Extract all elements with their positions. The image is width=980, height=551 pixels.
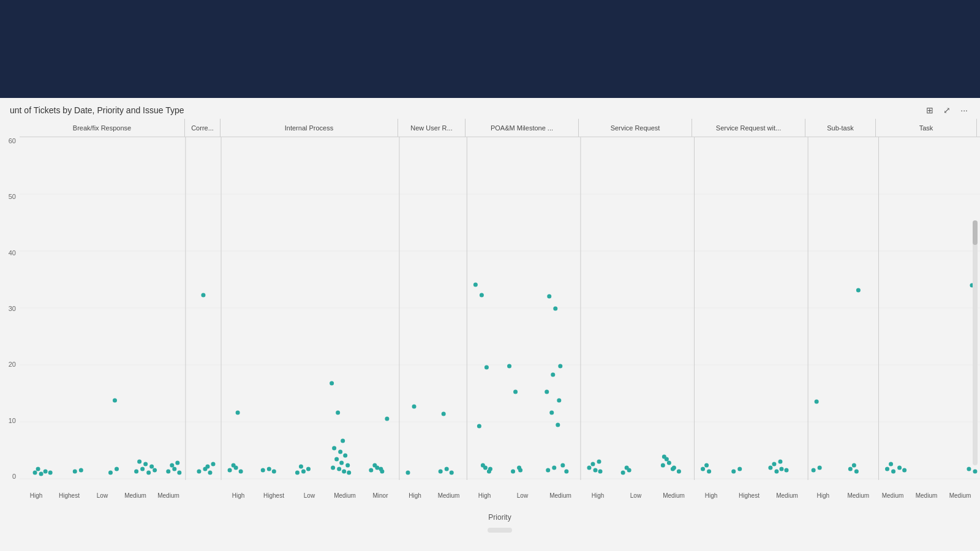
chart-actions: ⊞ ⤢ ···: [924, 104, 970, 116]
svg-point-17: [43, 470, 48, 474]
svg-point-15: [33, 471, 37, 475]
svg-point-114: [667, 461, 671, 465]
chart-header: unt of Tickets by Date, Priority and Iss…: [0, 98, 980, 119]
svg-point-45: [239, 470, 243, 474]
expand-button[interactable]: ⤢: [941, 104, 953, 116]
y-label-10: 10: [9, 417, 16, 424]
x-label-internal-high: High: [221, 492, 256, 499]
svg-point-34: [177, 471, 181, 475]
svg-point-76: [439, 470, 443, 474]
x-label-srwit-high: High: [692, 492, 730, 499]
svg-point-61: [334, 457, 339, 462]
svg-point-144: [967, 467, 971, 471]
filter-button[interactable]: ⊞: [924, 104, 936, 116]
svg-point-121: [707, 470, 711, 474]
svg-point-139: [891, 470, 895, 474]
svg-point-101: [560, 463, 565, 468]
svg-point-43: [228, 468, 232, 473]
svg-point-30: [137, 460, 141, 464]
scrollbar-placeholder[interactable]: [488, 528, 512, 533]
svg-point-27: [146, 471, 151, 475]
bottom-handle: [20, 525, 980, 535]
svg-point-140: [897, 466, 902, 470]
svg-point-124: [737, 467, 742, 471]
scatter-area: [20, 137, 980, 490]
svg-point-112: [625, 466, 629, 470]
svg-point-108: [590, 462, 595, 467]
svg-point-25: [134, 470, 138, 474]
svg-point-48: [261, 468, 265, 473]
x-label-breakfix-highest: Highest: [53, 492, 86, 499]
svg-point-88: [507, 364, 511, 369]
x-label-internal-low: Low: [292, 492, 327, 499]
svg-point-77: [445, 467, 449, 471]
x-label-task-medium2: Medium: [910, 492, 943, 499]
svg-point-131: [812, 468, 816, 473]
svg-point-24: [113, 399, 117, 403]
svg-point-119: [662, 455, 666, 459]
x-label-srwit-highest: Highest: [730, 492, 768, 499]
right-scrollbar[interactable]: [973, 220, 978, 465]
col-header-corre: Corre...: [185, 119, 221, 137]
svg-point-29: [143, 462, 148, 467]
svg-point-22: [108, 471, 113, 475]
x-label-internal-minor: Minor: [363, 492, 398, 499]
x-label-breakfix-medium1: Medium: [119, 492, 152, 499]
x-label-group-srwit: High Highest Medium: [692, 492, 805, 499]
svg-point-58: [332, 446, 336, 451]
svg-point-53: [306, 467, 311, 471]
svg-point-135: [854, 470, 859, 474]
scatter-svg: [20, 137, 980, 480]
svg-point-120: [701, 467, 705, 471]
x-label-task-medium3: Medium: [943, 492, 977, 499]
svg-point-60: [343, 454, 347, 458]
svg-point-102: [552, 466, 556, 470]
svg-point-35: [170, 463, 174, 468]
svg-point-56: [336, 411, 340, 415]
svg-point-126: [774, 470, 778, 474]
svg-point-80: [473, 283, 478, 287]
x-label-sr-medium: Medium: [655, 492, 693, 499]
y-label-50: 50: [9, 193, 16, 200]
x-label-srwit-medium: Medium: [768, 492, 806, 499]
more-button[interactable]: ···: [958, 104, 970, 116]
y-label-60: 60: [9, 137, 16, 144]
x-label-breakfix-medium2: Medium: [152, 492, 185, 499]
svg-point-23: [115, 467, 119, 471]
svg-point-18: [36, 467, 40, 471]
svg-point-21: [79, 468, 83, 473]
svg-point-105: [587, 466, 591, 470]
y-axis: 60 50 40 30 20 10 0: [0, 137, 20, 480]
svg-point-36: [175, 461, 179, 465]
svg-point-66: [342, 470, 346, 474]
y-label-30: 30: [9, 305, 16, 312]
svg-point-20: [73, 470, 77, 474]
x-label-group-poam: High Low Medium: [466, 492, 579, 499]
svg-point-73: [385, 417, 389, 421]
col-header-srwit: Service Request wit...: [692, 119, 805, 137]
svg-point-62: [339, 461, 344, 465]
y-label-40: 40: [9, 249, 16, 257]
svg-point-68: [369, 468, 373, 473]
top-bar: [0, 0, 980, 98]
x-label-group-internal: High Highest Low Medium Minor: [221, 492, 398, 499]
svg-point-89: [513, 390, 518, 394]
svg-point-96: [551, 373, 555, 377]
svg-point-75: [412, 405, 417, 409]
svg-point-142: [902, 468, 907, 473]
svg-point-71: [372, 463, 377, 468]
svg-point-42: [211, 462, 215, 467]
x-label-newuser-high: High: [398, 492, 432, 499]
svg-point-78: [450, 471, 454, 475]
svg-point-136: [852, 463, 856, 468]
svg-point-37: [201, 293, 205, 298]
x-label-group-breakfix: High Highest Low Medium Medium: [20, 492, 185, 499]
col-header-newuser: New User R...: [398, 119, 466, 137]
svg-point-118: [677, 470, 681, 474]
col-header-sr: Service Request: [579, 119, 692, 137]
svg-point-87: [487, 470, 491, 474]
svg-point-41: [205, 465, 209, 469]
svg-point-98: [557, 399, 561, 403]
col-header-task: Task: [876, 119, 977, 137]
svg-point-134: [848, 467, 853, 471]
